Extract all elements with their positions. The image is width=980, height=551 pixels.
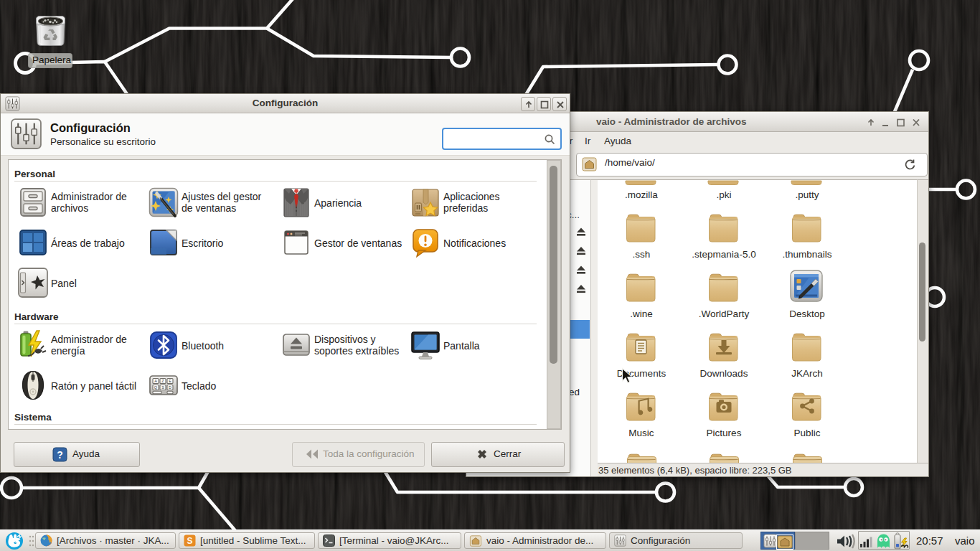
svg-text:S: S	[187, 536, 192, 546]
svg-text:?: ?	[57, 449, 63, 461]
